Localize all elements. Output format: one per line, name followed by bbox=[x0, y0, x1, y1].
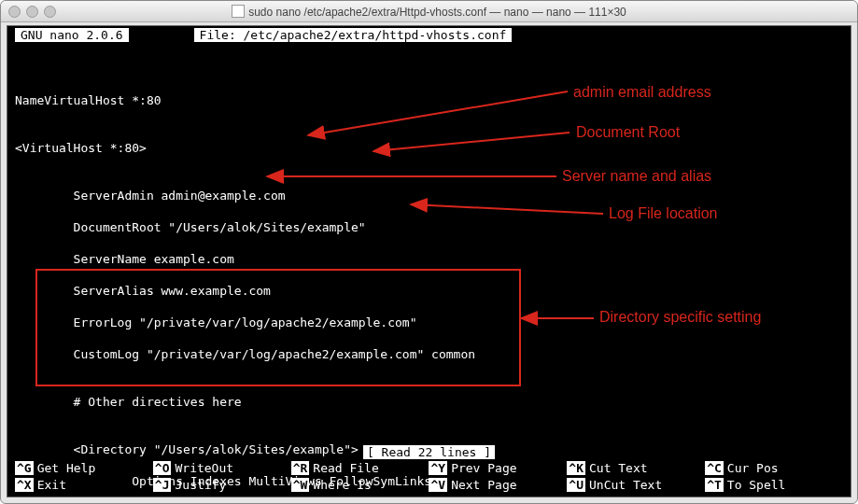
footer-shortcut[interactable]: ^RRead File bbox=[291, 459, 429, 476]
window-title: sudo nano /etc/apache2/extra/Httpd-vhost… bbox=[1, 5, 857, 19]
shortcut-label: Next Page bbox=[451, 478, 516, 492]
status-bar: [ Read 22 lines ] bbox=[7, 445, 851, 459]
titlebar: sudo nano /etc/apache2/extra/Httpd-vhost… bbox=[1, 1, 857, 22]
shortcut-label: Cut Text bbox=[589, 461, 648, 475]
document-icon bbox=[232, 5, 245, 18]
status-message: [ Read 22 lines ] bbox=[363, 445, 495, 459]
shortcut-key: ^G bbox=[15, 461, 34, 475]
window-title-text: sudo nano /etc/apache2/extra/Httpd-vhost… bbox=[248, 6, 626, 19]
footer-shortcut[interactable]: ^UUnCut Text bbox=[567, 476, 705, 493]
shortcut-label: UnCut Text bbox=[589, 478, 662, 492]
config-line: ServerName example.com bbox=[15, 251, 843, 267]
shortcut-key: ^K bbox=[567, 461, 585, 475]
config-line: NameVirtualHost *:80 bbox=[15, 92, 843, 108]
footer-shortcut[interactable]: ^CCur Pos bbox=[705, 459, 843, 476]
config-line: CustomLog "/private/var/log/apache2/exam… bbox=[15, 346, 843, 362]
macos-window: sudo nano /etc/apache2/extra/Httpd-vhost… bbox=[0, 0, 858, 504]
shortcut-label: Read File bbox=[313, 461, 378, 475]
config-line: <VirtualHost *:80> bbox=[15, 140, 843, 156]
config-line: ServerAlias www.example.com bbox=[15, 283, 843, 299]
shortcut-label: Justify bbox=[175, 478, 226, 492]
shortcut-key: ^T bbox=[705, 478, 724, 492]
nano-app-name: GNU nano 2.0.6 bbox=[15, 28, 129, 42]
config-line: ServerAdmin admin@example.com bbox=[15, 188, 843, 203]
footer-shortcut[interactable]: ^JJustify bbox=[153, 476, 291, 493]
config-line: # Other directives here bbox=[15, 394, 843, 410]
footer-shortcut[interactable]: ^XExit bbox=[15, 476, 153, 493]
config-line bbox=[15, 61, 843, 77]
shortcut-key: ^J bbox=[153, 478, 172, 492]
shortcut-label: Exit bbox=[37, 478, 66, 492]
terminal-area[interactable]: GNU nano 2.0.6 File: /etc/apache2/extra/… bbox=[7, 25, 851, 497]
shortcut-key: ^C bbox=[705, 461, 724, 475]
shortcut-label: Cur Pos bbox=[727, 461, 779, 475]
footer-shortcut[interactable]: ^GGet Help bbox=[15, 459, 153, 476]
shortcut-key: ^Y bbox=[429, 461, 447, 475]
footer-shortcut[interactable]: ^VNext Page bbox=[429, 476, 567, 493]
editor-content[interactable]: NameVirtualHost *:80 <VirtualHost *:80> … bbox=[7, 43, 851, 497]
footer-shortcut[interactable]: ^YPrev Page bbox=[429, 459, 567, 476]
shortcut-label: WriteOut bbox=[175, 461, 233, 475]
footer-shortcut[interactable]: ^WWhere Is bbox=[291, 476, 429, 493]
nano-header: GNU nano 2.0.6 File: /etc/apache2/extra/… bbox=[7, 26, 851, 43]
config-line: DocumentRoot "/Users/alok/Sites/example" bbox=[15, 219, 843, 235]
shortcut-key: ^W bbox=[291, 478, 310, 492]
shortcut-label: Prev Page bbox=[451, 461, 516, 475]
nano-footer: ^GGet Help^OWriteOut^RRead File^YPrev Pa… bbox=[7, 459, 851, 497]
footer-shortcut[interactable]: ^OWriteOut bbox=[153, 459, 291, 476]
footer-shortcut[interactable]: ^KCut Text bbox=[567, 459, 705, 476]
shortcut-label: Where Is bbox=[313, 478, 372, 492]
shortcut-label: Get Help bbox=[37, 461, 96, 475]
shortcut-key: ^V bbox=[429, 478, 447, 492]
footer-shortcut[interactable]: ^TTo Spell bbox=[705, 476, 843, 493]
shortcut-key: ^O bbox=[153, 461, 172, 475]
shortcut-label: To Spell bbox=[727, 478, 786, 492]
shortcut-key: ^U bbox=[567, 478, 585, 492]
nano-file-label: File: /etc/apache2/extra/httpd-vhosts.co… bbox=[194, 28, 513, 42]
config-line: ErrorLog "/private/var/log/apache2/examp… bbox=[15, 315, 843, 330]
shortcut-key: ^R bbox=[291, 461, 310, 475]
shortcut-key: ^X bbox=[15, 478, 34, 492]
